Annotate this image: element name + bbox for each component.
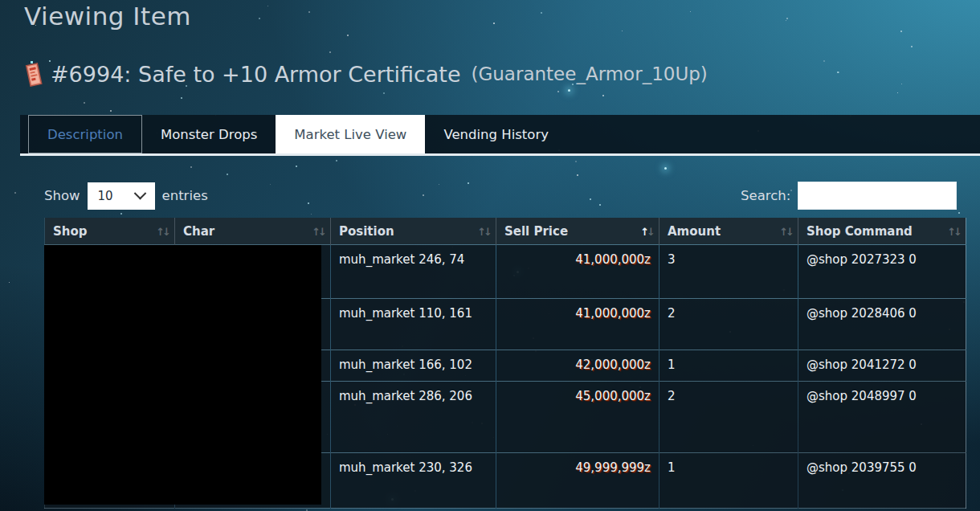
tab-vending-history[interactable]: Vending History: [425, 115, 567, 153]
cell-sell-price: 42,000,000z: [496, 350, 659, 382]
column-header-char[interactable]: Char ↑↓: [175, 218, 331, 245]
cell-amount: 2: [659, 299, 798, 350]
entries-control: Show 10 entries: [44, 182, 208, 210]
cell-position: muh_market 110, 161: [331, 299, 496, 350]
cell-amount: 1: [659, 453, 798, 509]
column-header-sell-price[interactable]: Sell Price ↑↓: [496, 218, 659, 245]
cell-position: muh_market 286, 206: [331, 382, 496, 453]
page-size-value: 10: [98, 189, 113, 203]
item-alt-name: (Guarantee_Armor_10Up): [472, 63, 708, 84]
sort-icon: ↑↓: [779, 225, 792, 237]
cell-sell-price: 45,000,000z: [496, 382, 659, 453]
tab-bar: DescriptionMonster DropsMarket Live View…: [20, 115, 980, 156]
sort-icon: ↑↓: [640, 225, 653, 237]
chevron-down-icon: [133, 187, 146, 200]
cell-position: muh_market 166, 102: [331, 350, 496, 382]
search-input[interactable]: [798, 182, 957, 210]
column-header-label: Char: [183, 224, 214, 239]
tab-label: Vending History: [443, 127, 549, 142]
cell-shop-command: @shop 2039755 0: [798, 453, 966, 509]
sort-icon: ↑↓: [947, 225, 960, 237]
redaction-black-box: [44, 245, 321, 505]
tab-label: Monster Drops: [161, 127, 257, 142]
cell-amount: 2: [659, 382, 798, 453]
show-label: Show: [44, 188, 80, 203]
tab-label: Market Live View: [294, 127, 406, 142]
page-title: Viewing Item: [24, 2, 191, 31]
cell-amount: 1: [659, 350, 798, 382]
entries-label: entries: [162, 188, 208, 203]
cell-amount: 3: [659, 245, 798, 299]
cell-shop-command: @shop 2041272 0: [798, 350, 966, 382]
column-header-label: Shop Command: [806, 224, 913, 239]
tab-monster-drops[interactable]: Monster Drops: [142, 115, 276, 153]
certificate-item-icon: [24, 61, 43, 87]
column-header-label: Shop: [53, 224, 88, 239]
sort-icon: ↑↓: [477, 225, 490, 237]
column-header-position[interactable]: Position ↑↓: [331, 218, 496, 245]
cell-shop-command: @shop 2048997 0: [798, 382, 966, 453]
cell-sell-price: 49,999,999z: [496, 453, 659, 509]
cell-shop-command: @shop 2027323 0: [798, 245, 966, 299]
sort-icon: ↑↓: [156, 225, 169, 237]
item-heading: #6994: Safe to +10 Armor Certificate (Gu…: [24, 59, 708, 88]
cell-position: muh_market 246, 74: [331, 245, 496, 299]
tab-label: Description: [47, 127, 123, 142]
column-header-label: Position: [339, 224, 394, 239]
cell-position: muh_market 230, 326: [331, 453, 496, 509]
tab-description[interactable]: Description: [28, 115, 142, 153]
table-header-row: Shop ↑↓ Char ↑↓ Position ↑↓ Sell Price ↑…: [45, 218, 966, 245]
column-header-shop-command[interactable]: Shop Command ↑↓: [798, 218, 966, 245]
cell-sell-price: 41,000,000z: [496, 299, 659, 350]
column-header-label: Amount: [668, 224, 721, 239]
column-header-label: Sell Price: [504, 224, 568, 239]
search-label: Search:: [741, 188, 790, 203]
search-control: Search:: [741, 182, 957, 210]
column-header-amount[interactable]: Amount ↑↓: [659, 218, 798, 245]
item-title: #6994: Safe to +10 Armor Certificate: [51, 62, 461, 87]
cell-shop-command: @shop 2028406 0: [798, 299, 966, 350]
column-header-shop[interactable]: Shop ↑↓: [45, 218, 175, 245]
page-size-select[interactable]: 10: [88, 182, 155, 210]
sort-icon: ↑↓: [312, 225, 325, 237]
tab-market-live-view[interactable]: Market Live View: [276, 115, 425, 153]
cell-sell-price: 41,000,000z: [496, 245, 659, 299]
